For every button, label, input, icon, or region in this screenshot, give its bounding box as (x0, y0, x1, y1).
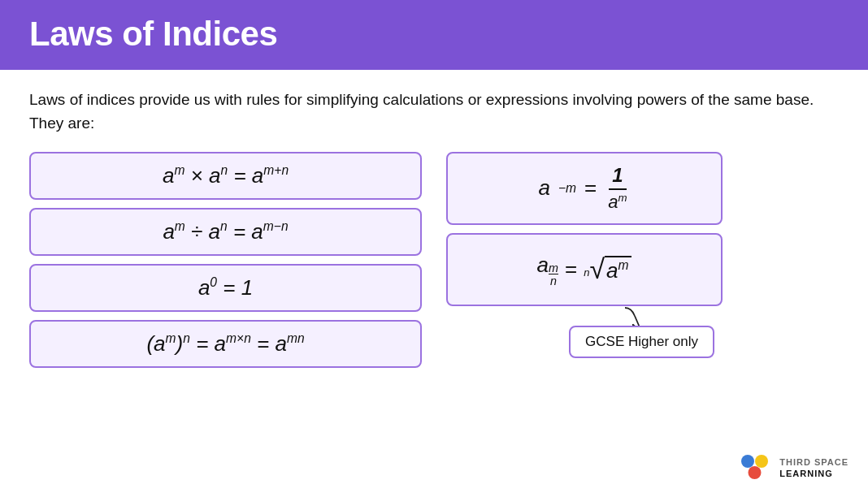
gcse-note: GCSE Higher only (569, 326, 714, 358)
logo-area: THIRD SPACE LEARNING (737, 450, 848, 486)
logo-text: THIRD SPACE LEARNING (779, 456, 848, 480)
formula-divide: am ÷ an = am−n (29, 208, 422, 256)
main-content: Laws of indices provide us with rules fo… (0, 70, 868, 381)
svg-point-1 (755, 455, 768, 468)
formula-zero: a0 = 1 (29, 264, 422, 312)
formulas-container: am × an = am+n am ÷ an = am−n a0 = 1 (am… (29, 152, 839, 368)
description-text: Laws of indices provide us with rules fo… (29, 88, 839, 136)
gcse-annotation: GCSE Higher only (446, 306, 723, 358)
formula-fractional-group: amn = n√am (446, 233, 723, 358)
formula-negative: a−m = 1 am (446, 152, 723, 225)
page-header: Laws of Indices (0, 0, 868, 70)
svg-point-2 (749, 466, 762, 479)
page-title: Laws of Indices (29, 15, 839, 54)
formula-multiply: am × an = am+n (29, 152, 422, 200)
third-space-logo-icon (737, 450, 773, 486)
svg-point-0 (741, 455, 754, 468)
right-column: a−m = 1 am amn = n√am (446, 152, 839, 358)
formula-power: (am)n = am×n = amn (29, 320, 422, 368)
formula-fractional: amn = n√am (446, 233, 723, 306)
left-column: am × an = am+n am ÷ an = am−n a0 = 1 (am… (29, 152, 422, 368)
